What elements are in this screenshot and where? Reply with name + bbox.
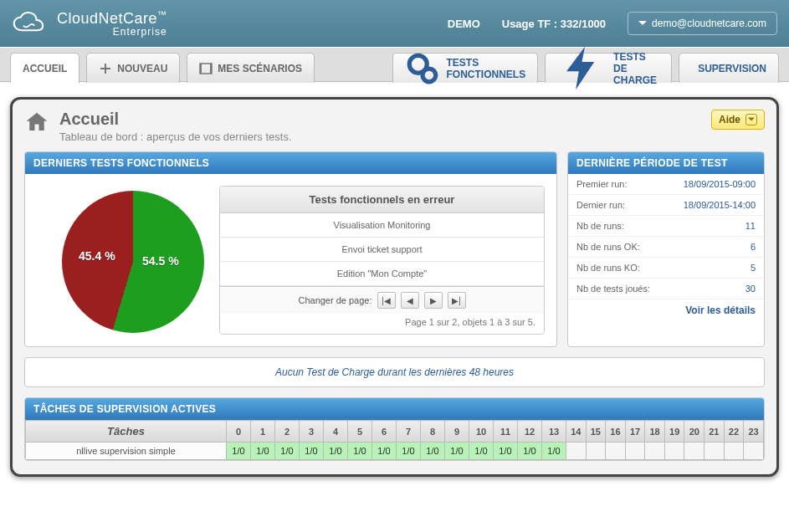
pager-first-button[interactable]: |◀	[377, 292, 396, 309]
period-row: Nb de runs KO:5	[568, 258, 764, 279]
tab-supervision[interactable]: SUPERVISION	[679, 53, 779, 83]
demo-badge: DEMO	[448, 18, 480, 30]
hour-cell: 1/0	[227, 442, 251, 460]
hour-cell	[684, 442, 704, 460]
hour-header: 20	[684, 421, 704, 442]
period-row: Nb de runs:11	[568, 216, 764, 237]
user-email: demo@cloudnetcare.com	[652, 18, 766, 29]
hour-cell: 1/0	[397, 442, 421, 460]
hour-header: 12	[518, 421, 542, 442]
period-row: Dernier run:18/09/2015-14:00	[568, 195, 764, 216]
main-nav: ACCUEIL NOUVEAU MES SCÉNARIOS TESTS FONC…	[0, 47, 789, 82]
hour-header: 17	[625, 421, 645, 442]
hour-cell	[645, 442, 665, 460]
hour-header: 13	[542, 421, 566, 442]
hour-cell: 1/0	[542, 442, 566, 460]
tab-tests-fonctionnels[interactable]: TESTS FONCTIONNELS	[392, 53, 539, 83]
tab-tests-charge[interactable]: TESTS DE CHARGE	[545, 53, 672, 83]
hour-header: 18	[645, 421, 665, 442]
panel-supervision: TÂCHES DE SUPERVISION ACTIVES Tâches0123…	[24, 397, 765, 461]
errors-list: Tests fonctionnels en erreur Visualisati…	[219, 186, 545, 335]
hour-header: 4	[324, 421, 348, 442]
hour-header: 9	[445, 421, 469, 442]
hour-header: 15	[586, 421, 606, 442]
hour-cell: 1/0	[324, 442, 348, 460]
top-banner: CloudNetCare™ Enterprise DEMO Usage TF :…	[0, 0, 789, 47]
hour-cell	[744, 442, 764, 460]
tab-scenarios[interactable]: MES SCÉNARIOS	[187, 53, 315, 83]
pager-next-button[interactable]: ▶	[424, 292, 443, 309]
help-button[interactable]: Aide	[711, 110, 765, 130]
bolt-icon	[557, 43, 607, 93]
plus-icon	[99, 62, 112, 75]
hour-cell: 1/0	[518, 442, 542, 460]
home-icon	[24, 110, 49, 135]
hour-cell	[625, 442, 645, 460]
task-name-cell: nllive supervision simple	[26, 442, 227, 460]
hour-header: 22	[724, 421, 744, 442]
film-icon	[199, 62, 213, 75]
hour-cell: 1/0	[348, 442, 372, 460]
hour-header: 23	[744, 421, 764, 442]
hour-cell: 1/0	[275, 442, 300, 460]
chevron-down-icon	[638, 19, 647, 28]
hour-header: 7	[397, 421, 421, 442]
hour-cell	[586, 442, 606, 460]
hour-header: 21	[704, 421, 725, 442]
details-link[interactable]: Voir les détails	[568, 299, 764, 321]
hour-cell	[664, 442, 684, 460]
hour-header: 6	[372, 421, 397, 442]
gears-icon	[405, 51, 440, 86]
hour-cell: 1/0	[494, 442, 518, 460]
hour-cell: 1/0	[421, 442, 445, 460]
hour-header: 0	[227, 421, 251, 442]
hour-header: 8	[421, 421, 445, 442]
hour-cell: 1/0	[445, 442, 469, 460]
table-row: nllive supervision simple1/01/01/01/01/0…	[26, 442, 764, 460]
brand-name: CloudNetCare™	[57, 10, 167, 27]
hour-cell	[606, 442, 626, 460]
period-row: Nb de runs OK:6	[568, 237, 764, 258]
brand-subtitle: Enterprise	[57, 26, 167, 38]
cloud-logo-icon	[12, 11, 49, 36]
errors-header: Tests fonctionnels en erreur	[220, 187, 544, 213]
error-row[interactable]: Visualisation Monitoring	[220, 213, 544, 238]
pager-prev-button[interactable]: ◀	[401, 292, 419, 309]
usage-counter: Usage TF : 332/1000	[502, 18, 606, 30]
hour-header: 10	[469, 421, 494, 442]
panel-period: DERNIÈRE PÉRIODE DE TEST Premier run:18/…	[567, 151, 765, 347]
pager-label: Changer de page:	[298, 295, 371, 305]
tab-nouveau[interactable]: NOUVEAU	[86, 53, 180, 83]
user-menu[interactable]: demo@cloudnetcare.com	[628, 12, 777, 35]
tab-accueil[interactable]: ACCUEIL	[10, 53, 79, 83]
panel-header: DERNIÈRE PÉRIODE DE TEST	[568, 152, 764, 174]
error-row[interactable]: Envoi ticket support	[220, 238, 544, 262]
svg-point-4	[423, 69, 436, 82]
hour-header: 16	[606, 421, 626, 442]
period-row: Premier run:18/09/2015-09:00	[568, 174, 764, 195]
period-row: Nb de tests joués:30	[568, 279, 764, 299]
supervision-table: Tâches0123456789101112131415161718192021…	[25, 420, 764, 460]
hour-header: 11	[494, 421, 518, 442]
pie-chart: 45.4 % 54.5 %	[62, 191, 204, 333]
panel-header: DERNIERS TESTS FONCTIONNELS	[25, 152, 556, 174]
main-frame: Accueil Tableau de bord : aperçus de vos…	[10, 97, 779, 477]
hour-cell: 1/0	[372, 442, 397, 460]
hour-header: 3	[300, 421, 324, 442]
svg-rect-2	[210, 64, 212, 74]
pager-last-button[interactable]: ▶|	[448, 292, 466, 309]
page-header: Accueil Tableau de bord : aperçus de vos…	[24, 110, 765, 143]
hour-header: 14	[566, 421, 587, 442]
hour-cell: 1/0	[251, 442, 275, 460]
panel-func-tests: DERNIERS TESTS FONCTIONNELS 45.4 % 54.5 …	[24, 151, 557, 347]
pager: Changer de page: |◀ ◀ ▶ ▶|	[220, 286, 544, 314]
no-load-test-banner: Aucun Test de Charge durant les dernière…	[24, 357, 765, 387]
panel-header: TÂCHES DE SUPERVISION ACTIVES	[25, 398, 764, 420]
brand: CloudNetCare™ Enterprise	[12, 9, 167, 38]
hour-header: 19	[664, 421, 684, 442]
error-row[interactable]: Edition "Mon Compte"	[220, 262, 544, 286]
hour-header: 5	[348, 421, 372, 442]
page-subtitle: Tableau de bord : aperçus de vos dernier…	[59, 130, 292, 143]
page-title: Accueil	[59, 110, 292, 129]
hour-cell	[566, 442, 587, 460]
